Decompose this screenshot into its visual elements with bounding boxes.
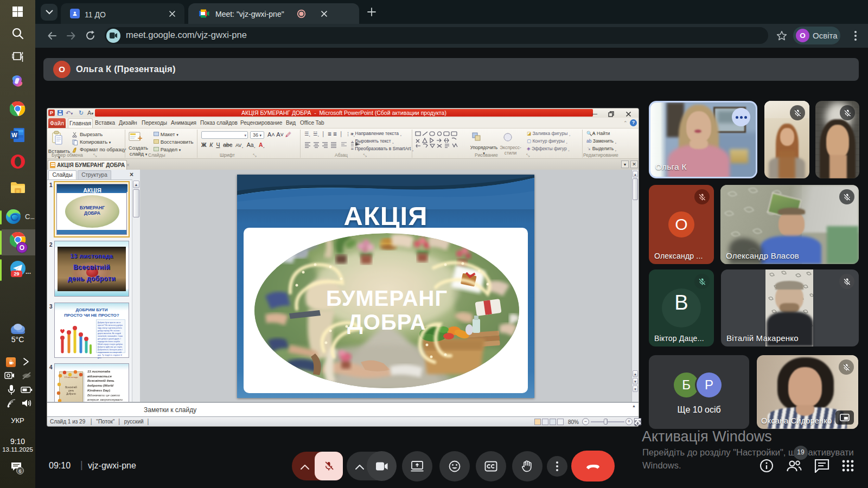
svg-text:W: W — [11, 132, 17, 138]
svg-text:БУМЕРАНГ: БУМЕРАНГ — [326, 286, 448, 310]
svg-text:ДОБРА: ДОБРА — [347, 310, 426, 334]
svg-text:6: 6 — [18, 468, 21, 474]
